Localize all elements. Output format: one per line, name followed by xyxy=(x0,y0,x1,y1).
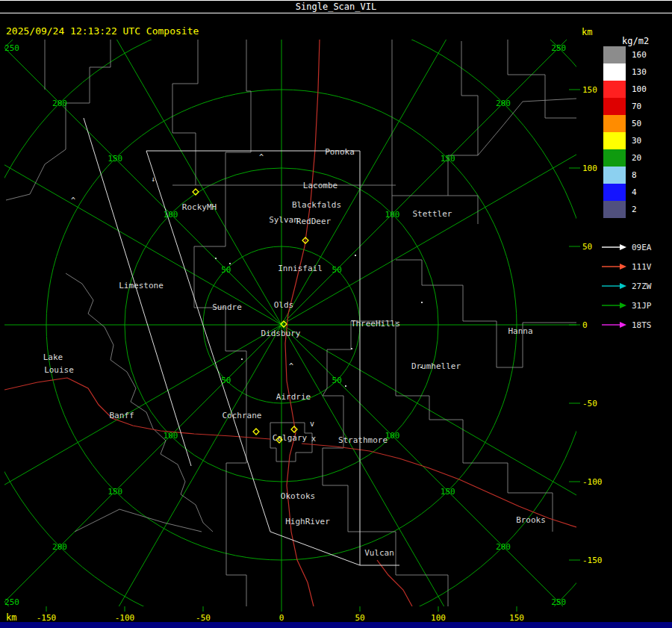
radar-site-legend-item: 18TS xyxy=(600,315,652,335)
city-label: RedDeer xyxy=(296,217,332,226)
point-marker xyxy=(355,255,356,256)
city-label: HighRiver xyxy=(285,517,330,526)
range-ring-label: 200 xyxy=(496,99,511,108)
range-ring xyxy=(0,0,672,628)
city-label: Okotoks xyxy=(281,491,315,501)
colorbar-swatch xyxy=(603,132,626,149)
city-label: Drumheller xyxy=(411,361,461,371)
city-label: Brooks xyxy=(516,515,546,525)
range-ring-label: 150 xyxy=(108,487,122,497)
radar-site-id: 27ZW xyxy=(632,282,652,291)
range-ring-label: 50 xyxy=(221,265,231,275)
colorbar-value: 8 xyxy=(632,170,637,180)
highway-line xyxy=(377,560,412,606)
city-label: Banff xyxy=(109,411,134,420)
range-ring-label: 250 xyxy=(551,43,566,53)
storm-cell-marker xyxy=(291,426,297,432)
storm-cell-marker xyxy=(253,429,259,435)
range-ring-label: 150 xyxy=(108,154,122,164)
radar-site-id: 111V xyxy=(632,262,652,272)
radar-site-arrow-icon xyxy=(600,320,627,329)
range-ring-label: 250 xyxy=(4,43,19,53)
county-boundary xyxy=(396,396,553,532)
colorbar-entry: 50 xyxy=(603,115,647,132)
county-boundary xyxy=(194,185,246,396)
radar-site-arrow-icon xyxy=(600,262,627,271)
city-label: Olds xyxy=(274,300,294,310)
colorbar-value: 2 xyxy=(632,205,637,214)
map-layer xyxy=(0,0,672,628)
range-ring-label: 200 xyxy=(496,542,511,552)
point-marker xyxy=(241,358,243,360)
colorbar-value: 4 xyxy=(632,187,637,197)
city-label: Innisfail xyxy=(278,264,323,273)
colorbar-swatch xyxy=(603,81,626,98)
radar-site-legend: 09EA111V27ZW31JP18TS xyxy=(600,237,652,335)
colorbar-swatch xyxy=(603,184,626,201)
colorbar-swatch xyxy=(603,46,626,63)
range-ring-label: 200 xyxy=(52,542,67,552)
azimuth-spoke xyxy=(0,325,281,628)
radar-map-canvas[interactable]: 5050505010010010010015015015015020020020… xyxy=(0,0,672,628)
range-ring-label: 100 xyxy=(385,210,400,220)
city-label: RockyMH xyxy=(182,202,217,212)
right-axis-tick-label: -50 xyxy=(582,399,597,408)
caret-up-marker: ^ xyxy=(289,362,293,370)
point-marker xyxy=(215,258,217,259)
colorbar-entry: 160 xyxy=(603,46,647,63)
city-label: Hanna xyxy=(508,326,532,336)
city-label: Sylvan xyxy=(269,215,299,225)
colorbar-entry: 70 xyxy=(603,98,647,115)
county-boundary xyxy=(172,40,198,185)
colorbar-swatch xyxy=(603,167,626,184)
colorbar-entry: 4 xyxy=(603,184,647,201)
county-boundary xyxy=(226,532,246,606)
scan-boundary xyxy=(84,118,191,466)
colorbar-entry: 8 xyxy=(603,167,647,184)
county-boundary xyxy=(225,40,251,185)
radar-site-id: 09EA xyxy=(632,243,652,252)
range-ring-label: 50 xyxy=(332,265,342,275)
colorbar-entry: 100 xyxy=(603,81,647,98)
point-marker xyxy=(421,302,423,303)
city-label: Ponoka xyxy=(325,147,355,157)
radar-site-id: 31JP xyxy=(632,301,652,311)
range-ring-layer xyxy=(0,0,672,628)
colorbar-swatch xyxy=(603,201,626,218)
radar-site-legend-item: 27ZW xyxy=(600,276,652,296)
right-axis-tick-label: 100 xyxy=(582,164,597,173)
azimuth-spoke xyxy=(0,325,281,624)
colorbar-value: 50 xyxy=(632,119,641,128)
axis-layer: 150100500-50-100-150-150-100-50050100150 xyxy=(37,85,603,623)
azimuth-spoke xyxy=(0,0,281,325)
city-label: Louise xyxy=(44,365,74,375)
azimuth-spoke xyxy=(0,325,281,628)
azimuth-spoke xyxy=(0,26,281,325)
arrow-down-marker: ↓ xyxy=(151,175,155,183)
cross-marker: x xyxy=(311,435,316,443)
right-axis-tick-label: 150 xyxy=(582,85,597,95)
city-label: Strathmore xyxy=(338,435,388,445)
city-label: Airdrie xyxy=(276,392,311,402)
caret-down-marker: v xyxy=(310,420,314,428)
city-label: Limestone xyxy=(119,281,164,290)
radar-site-legend-item: 31JP xyxy=(600,296,652,315)
point-marker xyxy=(345,385,346,387)
colorbar-entry: 30 xyxy=(603,132,647,149)
range-ring-label: 50 xyxy=(332,376,342,385)
range-ring-label: 100 xyxy=(164,210,178,220)
radar-site-legend-item: 111V xyxy=(600,257,652,276)
range-ring-label: 200 xyxy=(52,99,67,108)
range-ring-label: 100 xyxy=(164,431,178,441)
colorbar-swatch xyxy=(603,98,626,115)
point-marker xyxy=(229,263,231,264)
county-boundary xyxy=(348,532,448,606)
city-label: Lacombe xyxy=(303,181,337,190)
colorbar-value: 20 xyxy=(632,153,641,163)
colorbar-value: 70 xyxy=(632,102,641,111)
county-boundary xyxy=(396,260,497,367)
point-marker xyxy=(351,348,352,349)
radar-site-legend-item: 09EA xyxy=(600,237,652,257)
colorbar-unit-label: kg/m2 xyxy=(622,36,649,46)
colorbar-swatch xyxy=(603,115,626,132)
